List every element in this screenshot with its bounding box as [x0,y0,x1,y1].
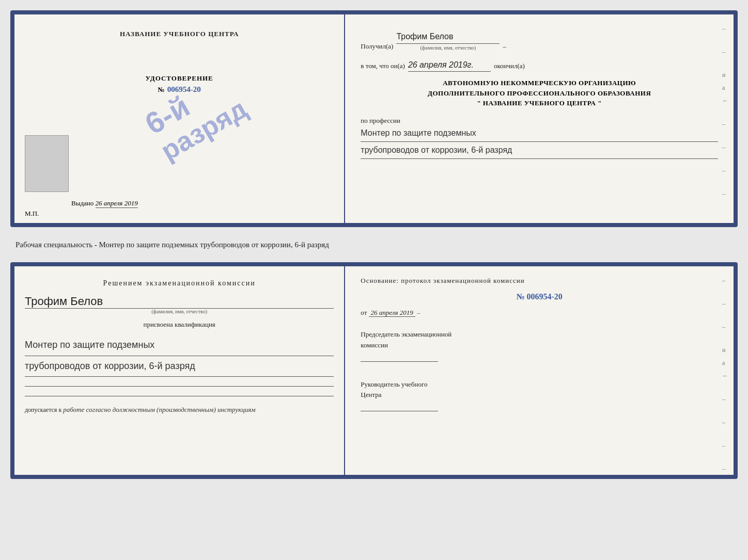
completion-date: 26 апреля 2019г. [408,58,491,72]
cert-label: УДОСТОВЕРЕНИЕ [146,74,213,83]
right-side-dashes: – – и а ← – – – – [722,25,728,198]
head-signature-line [361,411,438,411]
head-label-line2: Центра [361,390,718,401]
dash-after-date: – [417,309,420,316]
protocol-date-value: 26 апреля 2019 [369,309,415,317]
bottom-name-block: Трофим Белов (фамилия, имя, отчество) [25,295,334,314]
issued-label: Выдано [71,199,93,207]
allowed-prefix: допускается к [25,406,61,413]
issued-date: Выдано 26 апреля 2019 [71,199,138,207]
top-doc-left: НАЗВАНИЕ УЧЕБНОГО ЦЕНТРА 6-й разряд УДОС… [14,14,345,223]
received-label: Получил(а) [361,41,393,52]
org-line3: " НАЗВАНИЕ УЧЕБНОГО ЦЕНТРА " [361,98,718,108]
protocol-date: от 26 апреля 2019 – [361,309,718,317]
received-name: Трофим Белов [396,30,500,44]
profession-line2: трубопроводов от коррозии, 6-й разряд [361,142,718,159]
decision-title: Решением экзаменационной комиссии [25,279,334,287]
in-that-label: в том, что он(а) [361,61,405,72]
basis-title: Основание: протокол экзаменационной коми… [361,277,718,285]
bottom-doc-left: Решением экзаменационной комиссии Трофим… [14,266,345,475]
chair-label-line1: Председатель экзаменационной [361,329,718,340]
qualification-lines: Монтер по защите подземных трубопроводов… [25,335,334,377]
protocol-number-value: 006954-20 [527,292,563,301]
top-left-title: НАЗВАНИЕ УЧЕБНОГО ЦЕНТРА [120,30,239,38]
assigned-label: присвоена квалификация [25,321,334,329]
issued-date-value: 26 апреля 2019 [96,199,138,208]
name-sublabel: (фамилия, имя, отчество) [420,44,476,52]
top-doc-right: – – и а ← – – – – Получил(а) Трофим Бело… [345,14,734,223]
mp-label: М.П. [25,210,39,218]
dash1: – [503,41,506,52]
date-prefix: от [361,309,367,316]
empty-lines [25,386,334,396]
bottom-name: Трофим Белов [25,295,334,309]
qual-line1: Монтер по защите подземных [25,335,334,356]
empty-line-1 [25,386,334,387]
protocol-number: № 006954-20 [361,292,718,301]
bottom-document: Решением экзаменационной комиссии Трофим… [10,262,738,479]
head-label: Руководитель учебного Центра [361,379,718,412]
bottom-doc-right: – – – и а ← – – – – Основание: протокол … [345,266,734,475]
commission-chair: Председатель экзаменационной комиссии [361,329,718,362]
chair-label-line2: комиссии [361,340,718,351]
profession-line1: Монтер по защите подземных [361,125,718,142]
allowed-content: работе согласно должностным (производств… [63,406,255,413]
bottom-right-side-dashes: – – – и а ← – – – – [722,277,728,473]
profession-label: по профессии [361,117,400,124]
in-that-row: в том, что он(а) 26 апреля 2019г. окончи… [361,58,718,72]
head-label-line1: Руководитель учебного [361,379,718,390]
protocol-prefix: № [516,292,524,301]
stamp-line2: разряд [156,93,252,166]
allowed-text-block: допускается к работе согласно должностны… [25,406,334,414]
qual-line2: трубопроводов от коррозии, 6-й разряд [25,356,334,377]
bottom-name-sublabel: (фамилия, имя, отчество) [25,309,334,314]
org-block: АВТОНОМНУЮ НЕКОММЕРЧЕСКУЮ ОРГАНИЗАЦИЮ ДО… [361,78,718,108]
received-row: Получил(а) Трофим Белов (фамилия, имя, о… [361,30,718,52]
top-document: НАЗВАНИЕ УЧЕБНОГО ЦЕНТРА 6-й разряд УДОС… [10,10,738,227]
org-line2: ДОПОЛНИТЕЛЬНОГО ПРОФЕССИОНАЛЬНОГО ОБРАЗО… [361,88,718,99]
profession-block: по профессии Монтер по защите подземных … [361,117,718,159]
finished-label: окончил(а) [494,61,525,72]
page-wrapper: НАЗВАНИЕ УЧЕБНОГО ЦЕНТРА 6-й разряд УДОС… [10,10,738,479]
middle-text: Рабочая специальность - Монтер по защите… [10,235,738,254]
cert-number-prefix: № [158,86,165,93]
chair-signature-line [361,361,438,362]
cert-number: 006954-20 [167,85,201,93]
empty-line-2 [25,396,334,396]
cert-number-block: УДОСТОВЕРЕНИЕ № 006954-20 [146,74,213,94]
photo-placeholder [25,135,69,192]
org-line1: АВТОНОМНУЮ НЕКОММЕРЧЕСКУЮ ОРГАНИЗАЦИЮ [361,78,718,88]
